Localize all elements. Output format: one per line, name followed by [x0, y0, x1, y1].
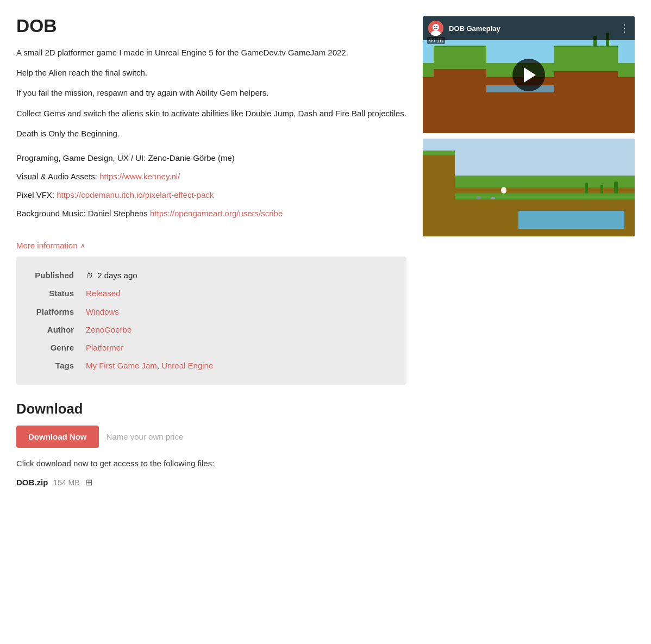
file-row: DOB.zip 154 MB ⊞	[16, 477, 406, 487]
platforms-label: Platforms	[27, 303, 82, 321]
download-now-button[interactable]: Download Now	[16, 426, 99, 448]
status-value: Released	[82, 284, 396, 302]
author-link[interactable]: ZenoGoerbe	[86, 325, 132, 334]
table-row: Tags My First Game Jam, Unreal Engine	[27, 357, 396, 374]
info-table: Published ⏱ 2 days ago Status Released	[16, 257, 406, 385]
chevron-up-icon: ∧	[80, 242, 85, 249]
credit-programming: Programing, Game Design, UX / UI: Zeno-D…	[16, 153, 235, 162]
svg-point-3	[434, 26, 435, 27]
video-options-icon[interactable]: ⋮	[619, 22, 629, 34]
media-column: DOB Gameplay ⋮	[423, 16, 635, 236]
genre-value: Platformer	[82, 339, 396, 357]
table-row: Genre Platformer	[27, 339, 396, 357]
clock-icon: ⏱	[86, 272, 93, 280]
author-label: Author	[27, 321, 82, 339]
tags-label: Tags	[27, 357, 82, 374]
credits-section: Programing, Game Design, UX / UI: Zeno-D…	[16, 152, 406, 220]
author-value: ZenoGoerbe	[82, 321, 396, 339]
svg-point-1	[433, 24, 439, 30]
table-row: Platforms Windows	[27, 303, 396, 321]
table-row: Published ⏱ 2 days ago	[27, 266, 396, 284]
credit-assets-prefix: Visual & Audio Assets:	[16, 172, 99, 181]
status-link[interactable]: Released	[86, 289, 120, 298]
file-name: DOB.zip	[16, 478, 48, 487]
credit-music-prefix: Background Music: Daniel Stephens	[16, 209, 150, 218]
windows-icon: ⊞	[85, 477, 92, 487]
published-label: Published	[27, 266, 82, 284]
genre-label: Genre	[27, 339, 82, 357]
platforms-link[interactable]: Windows	[86, 307, 119, 316]
download-section: Download Download Now Name your own pric…	[16, 401, 406, 488]
table-row: Status Released	[27, 284, 396, 302]
svg-point-4	[436, 26, 437, 27]
credit-vfx-prefix: Pixel VFX:	[16, 190, 57, 199]
platforms-value: Windows	[82, 303, 396, 321]
file-size: 154 MB	[53, 478, 79, 487]
tag-unreal-engine-link[interactable]: Unreal Engine	[161, 361, 213, 370]
kenney-link[interactable]: https://www.kenney.nl/	[99, 172, 180, 181]
play-button[interactable]	[512, 59, 545, 91]
more-info-toggle[interactable]: More information ∧	[16, 241, 85, 250]
opengameart-link[interactable]: https://opengameart.org/users/scribe	[150, 209, 283, 218]
tag-first-game-jam-link[interactable]: My First Game Jam	[86, 361, 157, 370]
game-screenshot	[423, 139, 635, 236]
table-row: Author ZenoGoerbe	[27, 321, 396, 339]
screenshot-scene	[423, 139, 635, 236]
video-header: DOB Gameplay ⋮	[423, 16, 635, 40]
name-own-price-text: Name your own price	[107, 432, 184, 441]
genre-link[interactable]: Platformer	[86, 343, 123, 352]
pixelvfx-link[interactable]: https://codemanu.itch.io/pixelart-effect…	[57, 190, 214, 199]
download-info-text: Click download now to get access to the …	[16, 458, 406, 470]
status-label: Status	[27, 284, 82, 302]
download-heading: Download	[16, 401, 406, 417]
published-value: ⏱ 2 days ago	[82, 266, 396, 284]
game-description: A small 2D platformer game I made in Unr…	[16, 46, 406, 140]
tags-value: My First Game Jam, Unreal Engine	[82, 357, 396, 374]
video-thumbnail[interactable]: DOB Gameplay ⋮	[423, 16, 635, 133]
game-title: DOB	[16, 16, 406, 36]
yt-avatar	[428, 21, 443, 36]
video-title: DOB Gameplay	[449, 24, 614, 33]
